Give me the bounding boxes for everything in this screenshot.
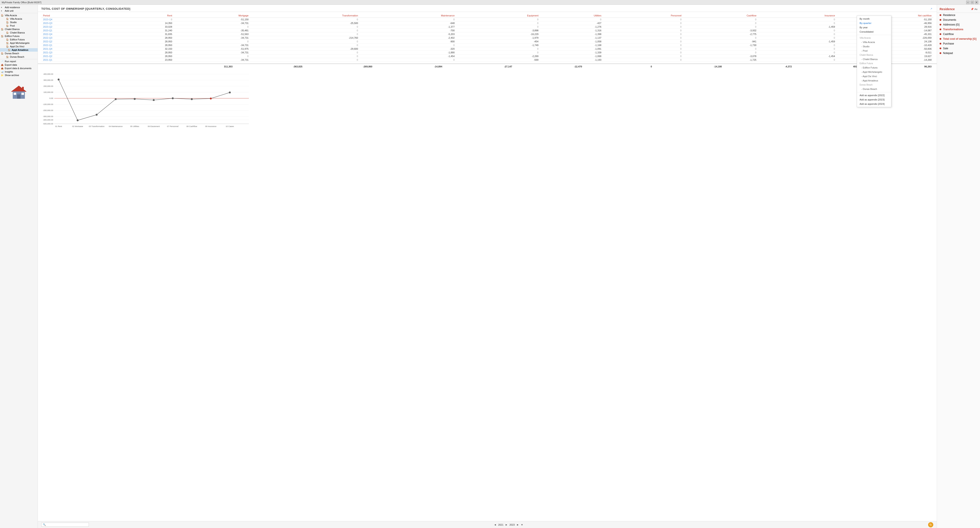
report-icon: 📄 xyxy=(1,60,4,63)
cell-personnel: 0 xyxy=(603,29,683,32)
app-logo xyxy=(0,81,38,104)
sidebar-item-villa-acacia[interactable]: 🏠 Villa Acacia xyxy=(0,17,38,21)
pin-icon[interactable]: 📌 xyxy=(971,8,974,11)
svg-text:03 Transformation: 03 Transformation xyxy=(89,125,105,127)
sidebar-item-chalet-bianca-group[interactable]: 🏠 Chalet Bianca xyxy=(0,27,38,31)
archive-icon: 📁 xyxy=(1,74,4,76)
search-box[interactable]: 🔍 xyxy=(41,523,89,527)
right-panel-total-cost[interactable]: Total cost of ownership [G] xyxy=(937,36,980,41)
dropdown-edifice-futura[interactable]: - Edifice Futura xyxy=(857,65,891,70)
dropdown-appt-michelangelo[interactable]: - Appt Michelangelo xyxy=(857,70,891,74)
cell-equipment: -1,749 xyxy=(457,43,540,47)
insights-icon: 📊 xyxy=(1,71,4,73)
dropdown-chalet-bianca[interactable]: - Chalet Bianca xyxy=(857,57,891,61)
filter-icon[interactable]: ▼ xyxy=(521,523,523,526)
sidebar-item-pool[interactable]: 🏠 Pool xyxy=(0,24,38,27)
cell-utilities: -1,398 xyxy=(540,32,603,36)
dropdown-appendix-2024[interactable]: Add as appendix [2024] xyxy=(857,102,891,106)
dropdown-by-year[interactable]: By year xyxy=(857,25,891,30)
cell-insurance: 0 xyxy=(758,58,837,62)
cell-utilities: -1,091 xyxy=(540,47,603,51)
cell-rent: 23,950 xyxy=(113,58,174,62)
total-mortgage: -363,825 xyxy=(234,65,304,68)
sidebar-item-appt-amadeus[interactable]: 🏠 Appt Amadeus xyxy=(0,48,38,52)
sidebar-item-add-residence[interactable]: + Add residence xyxy=(0,6,38,9)
cell-insurance: 0 xyxy=(758,29,837,32)
right-panel-transformations[interactable]: Transformations xyxy=(937,27,980,32)
svg-text:-300,000.00: -300,000.00 xyxy=(43,115,53,117)
dropdown-dunas-beach-header: Dunas Beach xyxy=(857,83,891,87)
dropdown-consolidated[interactable]: Consolidated xyxy=(857,30,891,34)
svg-text:10 Capex: 10 Capex xyxy=(226,125,234,127)
dropdown-by-month[interactable]: By month xyxy=(857,17,891,21)
dropdown-chalet-bianca-header: Chalet Bianca xyxy=(857,53,891,57)
sidebar-item-edifice-futura-group[interactable]: 🏠 Edifice Futura xyxy=(0,34,38,38)
bullet-icon xyxy=(940,29,941,30)
svg-rect-3 xyxy=(14,93,16,95)
sidebar-item-run-report[interactable]: 📄 Run report xyxy=(0,60,38,63)
cell-insurance: 0 xyxy=(758,18,837,21)
sidebar-item-insights[interactable]: 📊 Insights xyxy=(0,70,38,73)
svg-text:09 Insurance: 09 Insurance xyxy=(205,125,216,127)
cell-mortgage: -34,731 xyxy=(174,58,250,62)
bullet-icon xyxy=(940,14,941,16)
dropdown-appendix-2022[interactable]: Add as appendix [2022] xyxy=(857,93,891,97)
dropdown-studio[interactable]: - Studio xyxy=(857,44,891,49)
sidebar-item-show-archive[interactable]: 📁 Show archive xyxy=(0,73,38,77)
sidebar-item-dunas-beach-group[interactable]: 🏠 Dunas Beach xyxy=(0,52,38,55)
dropdown-appendix-2023[interactable]: Add as appendix [2023] xyxy=(857,97,891,102)
dropdown-villa-acacia[interactable]: - Villa Acacia xyxy=(857,40,891,44)
sidebar-item-chalet-bianca[interactable]: 🏠 Chalet Bianca xyxy=(0,31,38,34)
sidebar-item-export-data[interactable]: 📤 Export data xyxy=(0,63,38,67)
sidebar-item-studio[interactable]: 🏠 Studio xyxy=(0,21,38,24)
cell-cashflow: -2,775 xyxy=(683,32,758,36)
cell-mortgage: -34,731 xyxy=(174,43,250,47)
right-panel-documents[interactable]: Documents xyxy=(937,17,980,22)
arrow-icon[interactable]: ↗ xyxy=(929,6,933,11)
dropdown-dunas-beach[interactable]: - Dunas Beach xyxy=(857,87,891,91)
right-panel-notepad[interactable]: Notepad xyxy=(937,51,980,55)
cell-period: 2023-Q2 xyxy=(41,25,113,29)
table-row: 2021-Q228,95000-1,454-2,269-1,0680-3,078… xyxy=(41,54,933,58)
next-year-button[interactable]: ► xyxy=(505,523,508,526)
house-icon: 🏠 xyxy=(6,32,9,34)
table-row: 2022-Q328,950-34,731-214,760-2,402-1,979… xyxy=(41,36,933,40)
dropdown-by-quarter[interactable]: By quarter xyxy=(857,21,891,25)
search-input[interactable] xyxy=(47,523,88,526)
right-panel-addresses[interactable]: Addresses [G] xyxy=(937,22,980,27)
svg-point-33 xyxy=(191,98,192,100)
cell-insurance: 0 xyxy=(758,21,837,25)
sidebar-item-appt-da-vinci[interactable]: 🏠 Appt Da Vinci xyxy=(0,45,38,48)
current-year: 2021 xyxy=(498,523,503,526)
sidebar-item-export-data-docs[interactable]: 📤 Export data & documents xyxy=(0,67,38,70)
right-panel-purchase[interactable]: Purchase xyxy=(937,41,980,46)
dropdown-appt-da-vinci[interactable]: - Appt Da Vinci xyxy=(857,74,891,78)
cell-maintenance: -900 xyxy=(360,40,457,43)
dropdown-pool[interactable]: - Pool xyxy=(857,49,891,53)
dropdown-appt-amadeus[interactable]: - Appt Amadeus xyxy=(857,78,891,83)
sidebar-item-dunas-beach[interactable]: 🏠 Dunas Beach xyxy=(0,55,38,59)
cell-utilities: -1,137 xyxy=(540,36,603,40)
cell-personnel: 0 xyxy=(603,32,683,36)
close-button[interactable]: ✕ xyxy=(975,1,978,4)
minimize-button[interactable]: ─ xyxy=(966,1,970,4)
refresh-button[interactable]: ↻ xyxy=(928,522,933,527)
sidebar-item-add-unit[interactable]: + Add unit xyxy=(0,9,38,13)
svg-text:04 Maintenance: 04 Maintenance xyxy=(109,125,123,127)
prev-year-button[interactable]: ◄ xyxy=(494,523,496,526)
cell-rent: 28,950 xyxy=(113,43,174,47)
cell-personnel: 0 xyxy=(603,58,683,62)
sidebar-item-villa-acacia-group[interactable]: 🏠 Villa Acacia xyxy=(0,14,38,17)
font-size-control[interactable]: Aa xyxy=(975,8,977,11)
next-next-button[interactable]: ► xyxy=(517,523,519,526)
house-icon: 🏠 xyxy=(1,14,4,17)
right-panel-cashflow[interactable]: Cashflow xyxy=(937,32,980,36)
sidebar-item-appt-michelangelo[interactable]: 🏠 Appt Michelangelo xyxy=(0,41,38,45)
right-panel-sale[interactable]: Sale xyxy=(937,46,980,51)
sidebar-item-edifice-futura[interactable]: 🏠 Edifice Futura xyxy=(0,38,38,41)
maximize-button[interactable]: □ xyxy=(970,1,974,4)
table-row: 2022-Q431,835-51,5630-5,203-16,229-1,398… xyxy=(41,32,933,36)
cell-utilities: -1,339 xyxy=(540,51,603,54)
right-panel-residence[interactable]: Residence xyxy=(937,13,980,17)
cell-personnel: 0 xyxy=(603,43,683,47)
